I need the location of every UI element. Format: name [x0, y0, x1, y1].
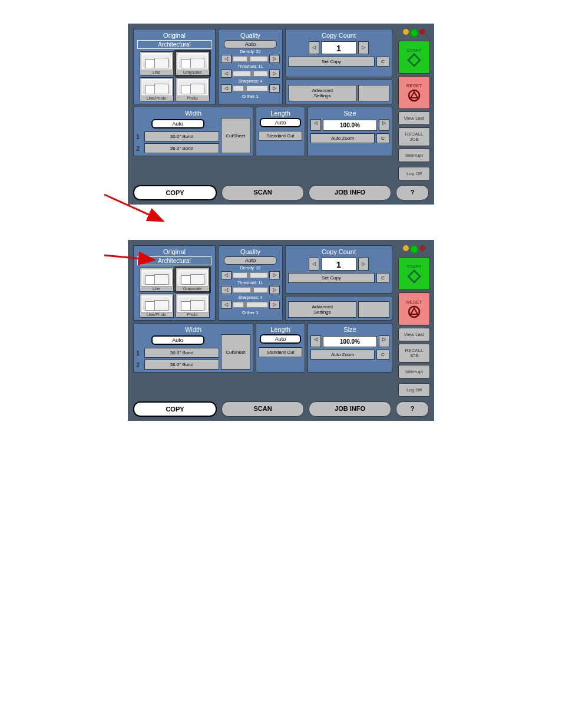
bottom-tabs: COPY SCAN JOB INFO ? [130, 183, 432, 203]
width-title: Width [136, 326, 250, 333]
quality-title: Quality [221, 32, 280, 39]
threshold-decrease[interactable]: ◁ [221, 286, 232, 294]
sharpness-decrease[interactable]: ◁ [221, 84, 232, 93]
reset-button[interactable]: RESET [398, 292, 430, 325]
count-decrease[interactable]: ◁ [309, 258, 319, 271]
tab-copy[interactable]: COPY [133, 401, 217, 417]
length-title: Length [259, 326, 302, 333]
status-red-icon [419, 245, 425, 251]
original-subtitle[interactable]: Architectural [137, 40, 211, 49]
tab-scan[interactable]: SCAN [222, 185, 304, 200]
status-indicators [398, 28, 430, 38]
standard-cut[interactable]: Standard Cut [259, 131, 302, 141]
recalljob-button[interactable]: RECALL JOB [398, 344, 430, 363]
status-red-icon [419, 29, 425, 35]
dither-label[interactable]: Dither 1 [221, 310, 280, 315]
tab-help[interactable]: ? [396, 401, 429, 417]
count-clear[interactable]: C [376, 273, 389, 283]
sharpness-increase[interactable]: ▷ [269, 84, 280, 93]
logoff-button[interactable]: Log Off [398, 383, 430, 397]
size-increase[interactable]: ▷ [379, 335, 389, 347]
size-clear[interactable]: C [376, 133, 389, 143]
setcopy-button[interactable]: Set Copy [288, 57, 375, 67]
standard-cut[interactable]: Standard Cut [259, 347, 302, 357]
reset-button[interactable]: RESET [398, 76, 430, 109]
size-value: 100.0% [323, 120, 377, 131]
tab-help[interactable]: ? [396, 185, 429, 200]
size-card: Size ◁ 100.0% ▷ Auto Zoom C [308, 107, 392, 156]
copycount-card: Copy Count ◁ 1 ▷ Set Copy C [285, 29, 392, 77]
sharpness-increase[interactable]: ▷ [269, 301, 280, 309]
length-auto[interactable]: Auto [260, 118, 301, 127]
density-slider[interactable] [233, 272, 268, 278]
media-2[interactable]: 36.0" Bond [144, 143, 219, 153]
threshold-slider[interactable] [233, 71, 268, 77]
quality-auto[interactable]: Auto [224, 40, 277, 48]
tab-jobinfo[interactable]: JOB INFO [309, 401, 391, 417]
threshold-increase[interactable]: ▷ [269, 286, 280, 294]
svg-marker-4 [411, 92, 418, 98]
dither-label[interactable]: Dither 1 [221, 94, 280, 99]
thumb-linephoto[interactable]: Line/Photo [140, 77, 174, 101]
viewlast-button[interactable]: View Last [398, 111, 430, 125]
density-decrease[interactable]: ◁ [221, 55, 232, 63]
length-title: Length [259, 110, 302, 117]
advanced-settings-button[interactable]: Advanced Settings [288, 85, 356, 101]
start-icon [407, 53, 421, 67]
quality-card: Quality Auto Density: 22 ◁ ▷ Threshold: … [218, 245, 283, 321]
media-2[interactable]: 36.0" Bond [144, 360, 219, 370]
density-decrease[interactable]: ◁ [221, 271, 232, 279]
threshold-decrease[interactable]: ◁ [221, 70, 232, 78]
threshold-increase[interactable]: ▷ [269, 70, 280, 78]
size-decrease[interactable]: ◁ [310, 119, 321, 131]
thumb-grayscale[interactable]: Grayscale [176, 268, 210, 292]
logoff-button[interactable]: Log Off [398, 167, 430, 180]
viewlast-button[interactable]: View Last [398, 328, 430, 341]
count-increase[interactable]: ▷ [358, 41, 369, 54]
tab-jobinfo[interactable]: JOB INFO [309, 185, 391, 200]
count-decrease[interactable]: ◁ [309, 41, 319, 54]
thumb-photo[interactable]: Photo [176, 294, 210, 318]
sharpness-slider[interactable] [233, 85, 268, 91]
setcopy-button[interactable]: Set Copy [288, 273, 375, 283]
density-slider[interactable] [233, 56, 268, 62]
start-button[interactable]: START [398, 41, 430, 74]
start-button[interactable]: START [398, 257, 430, 290]
density-increase[interactable]: ▷ [269, 271, 280, 279]
thumb-line[interactable]: Line [140, 268, 174, 292]
svg-marker-2 [408, 54, 420, 66]
right-rail: START RESET View Last RECALL JOB Interru… [396, 242, 432, 399]
count-clear[interactable]: C [376, 57, 389, 67]
recalljob-button[interactable]: RECALL JOB [398, 127, 430, 146]
interrupt-button[interactable]: Interrupt [398, 149, 430, 162]
screenshot-2: Original Architectural Line Grayscale Li… [128, 240, 434, 421]
density-increase[interactable]: ▷ [269, 55, 280, 63]
tab-scan[interactable]: SCAN [222, 401, 304, 417]
size-card: Size ◁ 100.0% ▷ Auto Zoom C [308, 323, 392, 373]
sharpness-decrease[interactable]: ◁ [221, 301, 232, 309]
size-decrease[interactable]: ◁ [310, 335, 321, 347]
thumb-line[interactable]: Line [140, 51, 174, 75]
thumb-linephoto[interactable]: Line/Photo [140, 294, 174, 318]
width-auto[interactable]: Auto [151, 119, 204, 129]
size-increase[interactable]: ▷ [379, 119, 389, 131]
width-auto[interactable]: Auto [151, 335, 204, 345]
sharpness-slider[interactable] [233, 302, 268, 308]
length-auto[interactable]: Auto [260, 334, 301, 344]
quality-title: Quality [221, 248, 280, 255]
width-title: Width [136, 110, 250, 117]
interrupt-button[interactable]: Interrupt [398, 365, 430, 378]
thumb-grayscale[interactable]: Grayscale [176, 51, 210, 75]
autozoom-button[interactable]: Auto Zoom [310, 350, 375, 360]
media-1[interactable]: 30.0" Bond [144, 348, 219, 358]
cutsheet-button[interactable]: CutSheet [221, 118, 250, 153]
size-clear[interactable]: C [376, 350, 389, 360]
thumb-photo[interactable]: Photo [176, 77, 210, 101]
autozoom-button[interactable]: Auto Zoom [310, 133, 375, 143]
cutsheet-button[interactable]: CutSheet [221, 334, 250, 370]
quality-auto[interactable]: Auto [224, 256, 277, 265]
media-1[interactable]: 30.0" Bond [144, 131, 219, 141]
count-increase[interactable]: ▷ [358, 258, 369, 271]
threshold-slider[interactable] [233, 287, 268, 293]
advanced-settings-button[interactable]: Advanced Settings [288, 301, 356, 318]
